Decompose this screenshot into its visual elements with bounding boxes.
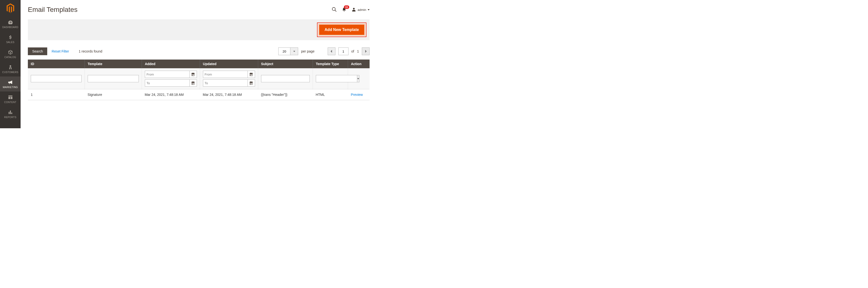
sidebar-item-catalog[interactable]: CATALOG [0,46,21,61]
search-button[interactable]: Search [28,47,47,55]
calendar-icon[interactable] [190,71,197,78]
page-title: Email Templates [28,6,78,13]
sidebar-item-label: MARKETING [3,86,18,89]
col-header-id[interactable]: ID [28,60,85,68]
filter-row [28,68,370,89]
reset-filter-link[interactable]: Reset Filter [52,50,69,53]
sidebar: DASHBOARD SALES CATALOG CUSTOMERS MARKET… [0,0,21,128]
user-menu[interactable]: admin [351,7,370,12]
sidebar-item-label: CONTENT [4,101,16,104]
chevron-down-icon[interactable] [357,75,360,82]
sidebar-item-label: REPORTS [4,116,16,119]
actions-bar: Add New Template [28,19,370,40]
preview-link[interactable]: Preview [351,93,363,97]
per-page-label: per page [301,50,314,53]
bars-icon [7,109,13,115]
col-header-added[interactable]: Added [142,60,200,68]
cell-updated: Mar 24, 2021, 7:48:18 AM [200,89,258,100]
add-new-template-button[interactable]: Add New Template [318,24,365,36]
col-header-template[interactable]: Template [85,60,142,68]
sidebar-item-sales[interactable]: SALES [0,31,21,46]
filter-type-input[interactable] [316,75,357,82]
sidebar-item-label: CUSTOMERS [2,71,18,73]
cell-type: HTML [313,89,348,100]
sidebar-item-reports[interactable]: REPORTS [0,106,21,122]
filter-added-to-input[interactable] [145,79,190,87]
records-found-label: 1 records found [79,50,102,53]
sidebar-item-content[interactable]: CONTENT [0,92,21,106]
search-icon[interactable] [332,7,337,13]
sidebar-item-marketing[interactable]: MARKETING [0,76,21,92]
filter-added-from-input[interactable] [145,71,190,78]
filter-updated-to-input[interactable] [203,79,248,87]
megaphone-icon [7,79,13,85]
magento-logo[interactable] [0,0,21,17]
filter-updated-from-input[interactable] [203,71,248,78]
sidebar-item-label: DASHBOARD [2,26,18,29]
cell-subject: {{trans "Header"}} [258,89,313,100]
calendar-icon[interactable] [248,71,255,78]
user-label: admin [358,8,366,11]
layout-icon [7,95,13,100]
cell-id: 1 [28,89,85,100]
col-header-type[interactable]: Template Type [313,60,348,68]
cell-added: Mar 24, 2021, 7:48:18 AM [142,89,200,100]
of-label: of [351,50,354,53]
gauge-icon [7,20,13,25]
calendar-icon[interactable] [190,79,197,87]
sidebar-item-dashboard[interactable]: DASHBOARD [0,17,21,31]
current-page-input[interactable] [338,47,348,55]
calendar-icon[interactable] [248,79,255,87]
cell-template: Signature [85,89,142,100]
sidebar-item-label: SALES [6,41,14,43]
main-content: Email Templates 11 admin Add New Templat… [21,0,377,128]
user-icon [351,7,356,12]
dollar-icon [7,35,13,40]
next-page-button[interactable] [362,47,370,55]
col-header-subject[interactable]: Subject [258,60,313,68]
chevron-down-icon [368,9,370,10]
page-size-input[interactable] [278,47,290,55]
total-pages-label: 1 [357,50,359,53]
chevron-down-icon[interactable] [290,47,298,55]
prev-page-button[interactable] [328,47,335,55]
col-header-updated[interactable]: Updated [200,60,258,68]
notifications-button[interactable]: 11 [342,7,347,12]
person-icon [7,65,13,70]
col-header-action: Action [348,60,370,68]
svg-line-1 [335,10,336,11]
templates-table: ID Template Added Updated Subject Templa… [28,60,370,100]
page-size-select[interactable] [278,47,298,55]
sidebar-item-label: CATALOG [4,56,16,59]
box-icon [7,50,13,55]
filter-id-input[interactable] [31,75,82,82]
filter-subject-input[interactable] [261,75,310,82]
sidebar-item-customers[interactable]: CUSTOMERS [0,61,21,76]
table-row[interactable]: 1 Signature Mar 24, 2021, 7:48:18 AM Mar… [28,89,370,100]
filter-type-select[interactable] [316,75,345,82]
filter-template-input[interactable] [88,75,139,82]
notifications-badge: 11 [344,5,349,9]
